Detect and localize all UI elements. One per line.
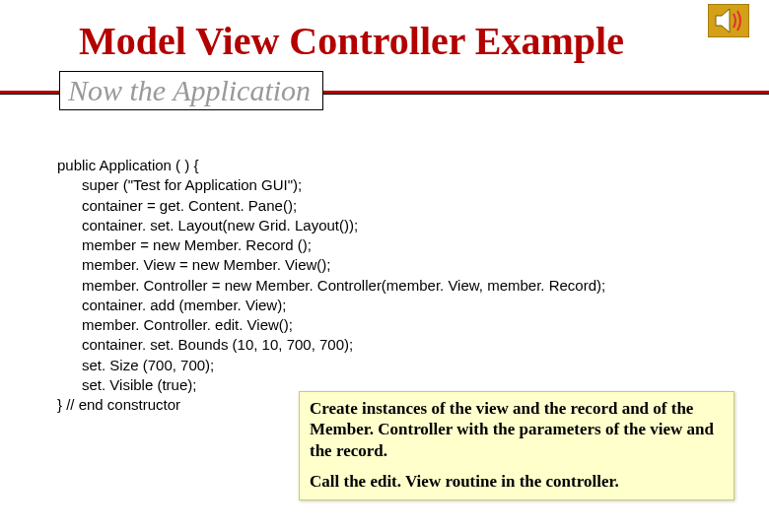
code-block: public Application ( ) { super ("Test fo… (57, 156, 739, 415)
code-line: container. set. Layout(new Grid. Layout(… (57, 217, 358, 233)
code-line: container. set. Bounds (10, 10, 700, 700… (57, 336, 353, 353)
subtitle-box: Now the Application (59, 71, 323, 110)
slide-title: Model View Controller Example (79, 18, 730, 64)
code-line: member. View = new Member. View(); (57, 256, 330, 273)
callout-text: Call the edit. View routine in the contr… (310, 471, 724, 492)
code-line: } // end constructor (57, 396, 180, 413)
code-line: super ("Test for Application GUI"); (57, 176, 302, 193)
callout-box: Create instances of the view and the rec… (299, 391, 734, 500)
code-line: container. add (member. View); (57, 297, 286, 313)
slide: Model View Controller Example Now the Ap… (0, 0, 769, 532)
code-line: set. Size (700, 700); (57, 357, 214, 373)
code-line: container = get. Content. Pane(); (57, 197, 297, 214)
code-line: member = new Member. Record (); (57, 236, 312, 253)
code-line: member. Controller = new Member. Control… (57, 277, 605, 294)
code-line: public Application ( ) { (57, 157, 198, 173)
code-line: set. Visible (true); (57, 376, 196, 393)
code-line: member. Controller. edit. View(); (57, 316, 293, 333)
callout-text: Create instances of the view and the rec… (310, 398, 724, 461)
